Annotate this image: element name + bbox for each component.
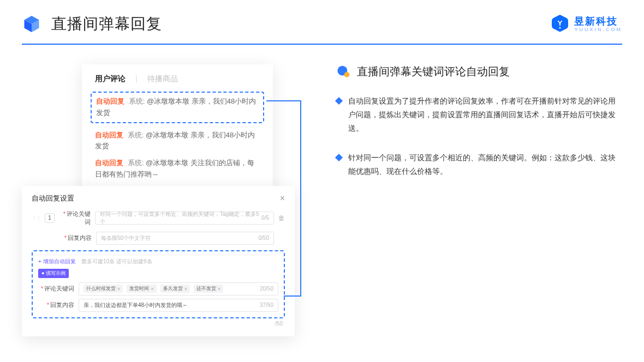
rule-index: 1 [45, 213, 55, 223]
brand-logo-icon: Y [550, 13, 570, 35]
delete-icon[interactable]: 🗑 [278, 214, 285, 222]
content-area: 用户评论 | 待播商品 自动回复 系统: @冰墩墩本墩 亲亲，我们48小时内发货… [0, 45, 644, 336]
example-keyword-input[interactable]: 什么时候发货× 发货时间× 多久发货× 还不发货× 20/50 [79, 282, 278, 295]
example-reply-label: *回复内容 [38, 301, 74, 309]
reply-count: 0/50 [259, 235, 269, 241]
header-left: 直播间弹幕回复 [22, 14, 162, 34]
example-tag-list: 什么时候发货× 发货时间× 多久发货× 还不发货× [84, 285, 225, 293]
tag-remove-icon[interactable]: × [117, 286, 120, 292]
page-header: 直播间弹幕回复 Y 昱新科技 YUUXIN.COM [0, 0, 644, 35]
brand-block: Y 昱新科技 YUUXIN.COM [550, 13, 622, 35]
system-tag: 系统: [128, 159, 144, 167]
comments-tabs: 用户评论 | 待播商品 [95, 74, 260, 84]
modal-title: 自动回复设置 [32, 194, 74, 203]
screenshot-column: 用户评论 | 待播商品 自动回复 系统: @冰墩墩本墩 亲亲，我们48小时内发货… [22, 64, 306, 336]
chat-bubble-icon [336, 65, 350, 79]
reply-row: *回复内容 每条限50个中文字符 0/50 [32, 232, 285, 245]
tab-divider: | [135, 74, 138, 84]
comment-row: 自动回复 系统: @冰墩墩本墩 亲亲，我们48小时内发货 [96, 96, 259, 119]
bullet-text: 针对同一个问题，可设置多个相近的、高频的关键词。例如：这款多少钱、这块能优惠吗、… [348, 151, 622, 178]
diamond-bullet-icon [335, 153, 343, 161]
brand-text: 昱新科技 YUUXIN.COM [574, 16, 622, 32]
add-auto-reply-row: + 增加自动回复 最多可建10条 还可以创建9条 [38, 256, 278, 266]
tag-chip[interactable]: 还不发货× [194, 285, 223, 293]
tag-remove-icon[interactable]: × [151, 286, 153, 292]
section-title: 直播间弹幕关键词评论自动回复 [357, 64, 510, 79]
comment-row: 自动回复 系统: @冰墩墩本墩 关注我们的店铺，每日都有热门推荐哟～ [95, 158, 260, 180]
brand-cn: 昱新科技 [574, 16, 622, 26]
reply-input[interactable]: 每条限50个中文字符 0/50 [96, 232, 274, 245]
keyword-placeholder: 对同一个问题，可设置多个相近、高频的关键词，Tag确定，最多5个 [100, 210, 261, 226]
connector-line [284, 295, 301, 297]
drag-handle-icon[interactable]: ⋮⋮ [32, 215, 40, 221]
add-auto-reply-hint: 最多可建10条 还可以创建9条 [81, 258, 152, 264]
outer-count: /50 [32, 321, 285, 327]
tag-remove-icon[interactable]: × [218, 286, 220, 292]
auto-reply-tag: 自动回复 [95, 159, 123, 167]
tag-chip[interactable]: 什么时候发货× [84, 285, 123, 293]
reply-placeholder: 每条限50个中文字符 [101, 234, 151, 242]
connector-line [266, 100, 301, 101]
description-column: 直播间弹幕关键词评论自动回复 自动回复设置为了提升作者的评论回复效率，作者可在开… [336, 64, 622, 336]
comment-row: 自动回复 系统: @冰墩墩本墩 亲亲，我们48小时内发货 [95, 130, 260, 153]
example-keyword-count: 20/50 [260, 286, 273, 292]
tag-chip[interactable]: 发货时间× [127, 285, 156, 293]
keyword-input[interactable]: 对同一个问题，可设置多个相近、高频的关键词，Tag确定，最多5个 0/5 [95, 212, 274, 225]
auto-reply-settings-modal: 自动回复设置 × ⋮⋮ 1 *评论关键词 对同一个问题，可设置多个相近、高频的关… [22, 186, 295, 336]
keyword-row: ⋮⋮ 1 *评论关键词 对同一个问题，可设置多个相近、高频的关键词，Tag确定，… [32, 210, 285, 226]
keyword-label: *评论关键词 [59, 210, 91, 226]
add-auto-reply-link[interactable]: + 增加自动回复 [38, 258, 76, 264]
example-keyword-label: *评论关键词 [38, 285, 74, 293]
modal-header: 自动回复设置 × [32, 194, 285, 203]
tab-pending-products[interactable]: 待播商品 [147, 74, 178, 84]
tag-chip[interactable]: 多久发货× [160, 285, 190, 293]
example-reply-text: 亲，我们这边都是下单48小时内发货的哦～ [84, 301, 188, 309]
tab-user-comments[interactable]: 用户评论 [95, 74, 126, 84]
svg-point-6 [344, 72, 350, 77]
tag-remove-icon[interactable]: × [184, 286, 187, 292]
example-keyword-row: *评论关键词 什么时候发货× 发货时间× 多久发货× 还不发货× 20/50 [38, 282, 278, 295]
section-heading: 直播间弹幕关键词评论自动回复 [336, 64, 622, 79]
bullet-text: 自动回复设置为了提升作者的评论回复效率，作者可在开播前针对常见的评论用户问题，提… [348, 94, 622, 136]
auto-reply-tag: 自动回复 [95, 131, 123, 139]
system-tag: 系统: [129, 97, 145, 105]
close-icon[interactable]: × [280, 194, 285, 203]
highlighted-comment: 自动回复 系统: @冰墩墩本墩 亲亲，我们48小时内发货 [91, 92, 264, 123]
example-reply-count: 37/50 [260, 302, 273, 308]
example-reply-input[interactable]: 亲，我们这边都是下单48小时内发货的哦～ 37/50 [79, 299, 278, 312]
example-reply-row: *回复内容 亲，我们这边都是下单48小时内发货的哦～ 37/50 [38, 299, 278, 312]
bullet-item: 针对同一个问题，可设置多个相近的、高频的关键词。例如：这款多少钱、这块能优惠吗、… [336, 151, 622, 178]
example-highlight-box: + 增加自动回复 最多可建10条 还可以创建9条 ● 填写示例 *评论关键词 什… [32, 250, 285, 318]
page-title: 直播间弹幕回复 [51, 14, 162, 34]
connector-line [300, 100, 301, 295]
diamond-bullet-icon [335, 97, 343, 105]
comments-panel: 用户评论 | 待播商品 自动回复 系统: @冰墩墩本墩 亲亲，我们48小时内发货… [82, 64, 273, 192]
cube-icon [22, 14, 41, 34]
bullet-item: 自动回复设置为了提升作者的评论回复效率，作者可在开播前针对常见的评论用户问题，提… [336, 94, 622, 136]
svg-text:Y: Y [558, 19, 563, 27]
keyword-count: 0/5 [261, 215, 269, 221]
svg-point-4 [559, 27, 561, 29]
auto-reply-tag: 自动回复 [96, 97, 124, 105]
reply-label: *回复内容 [60, 234, 92, 242]
system-tag: 系统: [128, 131, 144, 139]
example-badge: ● 填写示例 [38, 269, 69, 278]
brand-en: YUUXIN.COM [574, 27, 622, 32]
